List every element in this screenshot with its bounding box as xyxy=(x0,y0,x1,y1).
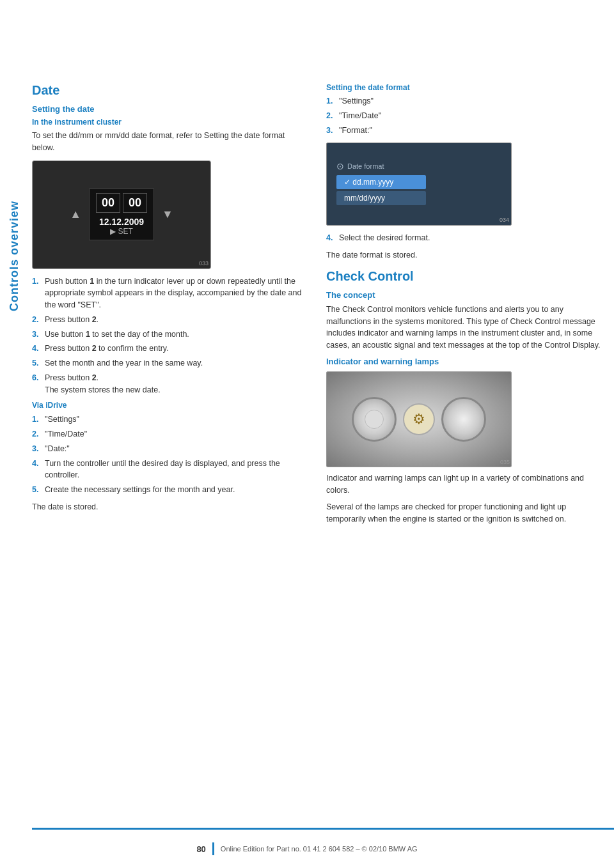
via-idrive-steps-list: 1. "Settings" 2. "Time/Date" 3. "Date:" … xyxy=(32,414,307,496)
format-steps-list: 1. "Settings" 2. "Time/Date" 3. "Format:… xyxy=(326,95,601,136)
image-caption-cluster: 035 xyxy=(500,459,510,465)
date-instrument-image: ▲ 00 00 12.12.2009 ▶ SET xyxy=(32,160,211,269)
list-item: 2. "Time/Date" xyxy=(326,110,601,122)
speed-gauge xyxy=(352,397,397,442)
list-item: 1. "Settings" xyxy=(326,95,601,107)
footer-bar xyxy=(212,842,214,855)
list-item: 5. Set the month and the year in the sam… xyxy=(32,357,307,369)
instrument-steps-list: 1. Push button 1 in the turn indicator l… xyxy=(32,275,307,396)
cluster-image: ⚙ 035 xyxy=(326,371,512,467)
list-item: 5. Create the necessary settings for the… xyxy=(32,484,307,496)
check-control-title: Check Control xyxy=(326,269,601,284)
format-step4-list: 4. Select the desired format. xyxy=(326,232,601,244)
setting-date-format-title: Setting the date format xyxy=(326,83,601,92)
format-option-mmddyyyy: mm/dd/yyyy xyxy=(336,191,426,205)
page-number: 80 xyxy=(196,844,205,854)
sidebar-text: Controls overview xyxy=(8,200,21,311)
concept-title: The concept xyxy=(326,290,601,300)
sidebar-label: Controls overview xyxy=(0,96,29,415)
instrument-cluster-subtitle: In the instrument cluster xyxy=(32,118,307,127)
date-section-title: Date xyxy=(32,83,307,98)
date-format-image-container: ⊙ Date format ✓ dd.mm.yyyy mm/dd/yyyy 03… xyxy=(326,143,512,226)
date-format-inner: ⊙ Date format ✓ dd.mm.yyyy mm/dd/yyyy xyxy=(327,143,511,225)
date-stored-text: The date is stored. xyxy=(32,501,307,513)
date-display-value: 12.12.2009 xyxy=(99,217,144,227)
list-item: 2. "Time/Date" xyxy=(32,428,307,440)
format-option-ddmmyyyy: ✓ dd.mm.yyyy xyxy=(336,175,426,189)
image-caption-right-format: 034 xyxy=(500,217,509,223)
center-display: ⚙ xyxy=(403,403,435,435)
indicator-text1: Indicator and warning lamps can light up… xyxy=(326,472,601,497)
list-item: 3. Use button 1 to set the day of the mo… xyxy=(32,329,307,341)
page-container: Controls overview Date Setting the date … xyxy=(0,0,614,868)
via-idrive-title: Via iDrive xyxy=(32,401,307,410)
list-item: 4. Turn the controller until the desired… xyxy=(32,458,307,482)
list-item: 4. Press button 2 to confirm the entry. xyxy=(32,343,307,355)
rpm-gauge xyxy=(441,397,486,442)
list-item: 6. Press button 2.The system stores the … xyxy=(32,372,307,396)
setting-date-title: Setting the date xyxy=(32,104,307,114)
date-format-image: ⊙ Date format ✓ dd.mm.yyyy mm/dd/yyyy 03… xyxy=(326,143,512,226)
left-column: Date Setting the date In the instrument … xyxy=(32,83,307,817)
image-caption-left: 033 xyxy=(199,260,209,267)
concept-text: The Check Control monitors vehicle funct… xyxy=(326,304,601,352)
indicator-text2: Several of the lamps are checked for pro… xyxy=(326,501,601,525)
footer-text: Online Edition for Part no. 01 41 2 604 … xyxy=(221,845,418,853)
list-item: 2. Press button 2. xyxy=(32,314,307,326)
list-item: 3. "Date:" xyxy=(32,443,307,455)
cluster-inner: ⚙ xyxy=(327,372,511,467)
list-item: 1. Push button 1 in the turn indicator l… xyxy=(32,275,307,311)
blue-bar xyxy=(32,828,614,830)
right-column: Setting the date format 1. "Settings" 2.… xyxy=(326,83,601,817)
format-stored-text: The date format is stored. xyxy=(326,249,601,261)
date-instrument-image-container: ▲ 00 00 12.12.2009 ▶ SET xyxy=(32,160,211,269)
list-item: 1. "Settings" xyxy=(32,414,307,426)
format-header: ⊙ Date format xyxy=(336,161,384,171)
date-display-set: ▶ SET xyxy=(110,227,133,236)
inst-panel: ▲ 00 00 12.12.2009 ▶ SET xyxy=(33,161,210,268)
cluster-image-container: ⚙ 035 xyxy=(326,371,512,467)
main-content: Date Setting the date In the instrument … xyxy=(32,83,601,817)
footer: 80 Online Edition for Part no. 01 41 2 6… xyxy=(0,842,614,855)
indicator-title: Indicator and warning lamps xyxy=(326,357,601,366)
instrument-cluster-text: To set the dd/mm or mm/dd date format, r… xyxy=(32,130,307,154)
list-item: 3. "Format:" xyxy=(326,125,601,137)
list-item: 4. Select the desired format. xyxy=(326,232,601,244)
